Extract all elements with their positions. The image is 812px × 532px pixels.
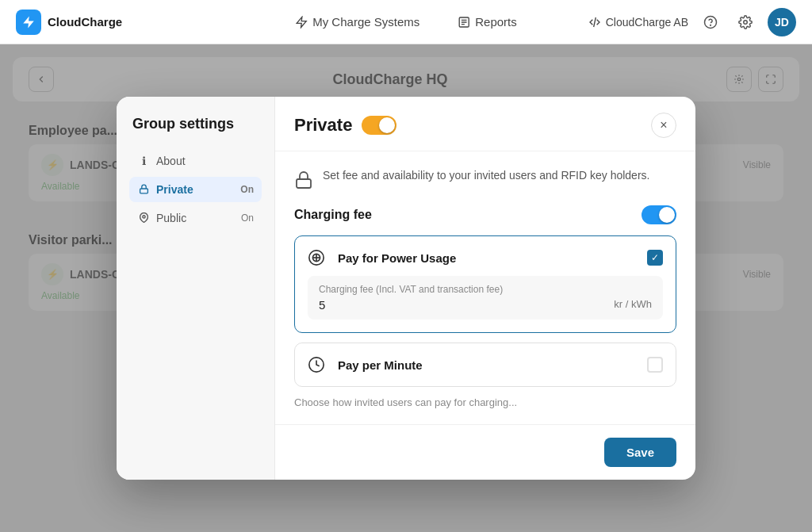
- navbar: CloudCharge My Charge Systems Reports Cl…: [0, 0, 812, 44]
- footer-hint-text: Choose how invited users can pay for cha…: [294, 396, 676, 408]
- option-title-row-minute: Pay per Minute: [308, 356, 423, 373]
- sidebar-title: Group settings: [129, 116, 262, 132]
- charging-fee-toggle[interactable]: [642, 205, 676, 224]
- main-area: CloudCharge HQ Employee pa... ⚡ LANDS-C.…: [0, 44, 812, 532]
- private-toggle[interactable]: [362, 116, 396, 135]
- modal-footer: Save: [275, 424, 695, 480]
- svg-rect-10: [140, 189, 147, 193]
- location-icon: [137, 212, 150, 223]
- close-button[interactable]: ×: [651, 113, 676, 138]
- sidebar-item-private-label: Private: [156, 183, 193, 196]
- sidebar-item-public-badge: On: [241, 212, 254, 224]
- option-minute-checkbox[interactable]: [647, 357, 663, 373]
- avatar[interactable]: JD: [768, 8, 796, 36]
- info-icon: ℹ: [137, 155, 150, 167]
- option-card-per-minute[interactable]: Pay per Minute: [294, 343, 676, 387]
- lock-info-icon: [294, 169, 313, 189]
- org-switcher[interactable]: CloudCharge AB: [588, 16, 688, 29]
- bolt-icon: [295, 16, 308, 29]
- app-logo[interactable]: CloudCharge: [16, 10, 122, 35]
- option-power-title: Pay for Power Usage: [338, 251, 456, 265]
- svg-rect-12: [297, 179, 311, 188]
- group-settings-modal: Group settings ℹ About Private On: [117, 97, 695, 480]
- sidebar-item-public[interactable]: Public On: [129, 205, 262, 231]
- modal-title: Private: [294, 115, 352, 136]
- reports-icon: [458, 16, 470, 29]
- option-card-minute-header: Pay per Minute: [308, 356, 663, 373]
- info-text: Set fee and availability to your invited…: [323, 167, 649, 184]
- svg-point-11: [142, 216, 144, 218]
- sidebar-item-about-label: About: [156, 155, 186, 167]
- nav-charge-label: My Charge Systems: [312, 15, 419, 29]
- option-card-power-usage[interactable]: Pay for Power Usage ✓ Charging fee (Incl…: [294, 235, 676, 333]
- svg-marker-1: [297, 17, 306, 27]
- sidebar-item-about[interactable]: ℹ About: [129, 148, 262, 174]
- nav-reports[interactable]: Reports: [451, 12, 523, 32]
- fee-input-row: Charging fee (Incl. VAT and transaction …: [308, 276, 663, 320]
- avatar-initials: JD: [775, 16, 789, 29]
- clock-icon: [308, 356, 330, 373]
- plug-icon: [308, 249, 330, 266]
- nav-reports-label: Reports: [475, 15, 517, 29]
- app-name: CloudCharge: [48, 15, 122, 29]
- option-power-checkbox[interactable]: ✓: [647, 250, 663, 266]
- switch-icon: [588, 16, 601, 29]
- svg-point-8: [744, 20, 748, 24]
- modal-header: Private ×: [275, 97, 695, 151]
- option-card-power-header: Pay for Power Usage ✓: [308, 249, 663, 266]
- charging-fee-label: Charging fee: [294, 208, 372, 222]
- nav-my-charge-systems[interactable]: My Charge Systems: [289, 12, 426, 32]
- info-row: Set fee and availability to your invited…: [294, 167, 676, 189]
- fee-input-value[interactable]: 5: [319, 298, 503, 312]
- navbar-right: CloudCharge AB JD: [588, 8, 796, 36]
- modal-overlay: Group settings ℹ About Private On: [0, 44, 812, 532]
- help-button[interactable]: [698, 10, 723, 35]
- option-minute-title: Pay per Minute: [338, 358, 423, 372]
- sidebar-item-private[interactable]: Private On: [129, 177, 262, 202]
- help-icon: [703, 15, 718, 29]
- gear-icon: [738, 15, 753, 29]
- nav-center: My Charge Systems Reports: [289, 12, 523, 32]
- fee-unit: kr / kWh: [614, 298, 652, 312]
- option-title-row-power: Pay for Power Usage: [308, 249, 456, 266]
- modal-body: Set fee and availability to your invited…: [275, 151, 695, 424]
- modal-main-content: Private ×: [275, 97, 695, 480]
- modal-title-row: Private: [294, 115, 396, 136]
- fee-input-label: Charging fee (Incl. VAT and transaction …: [319, 284, 503, 295]
- sidebar-item-public-label: Public: [156, 212, 186, 224]
- lock-icon: [137, 184, 150, 194]
- logo-icon: [16, 10, 41, 35]
- settings-button[interactable]: [733, 10, 758, 35]
- fee-input-content: Charging fee (Incl. VAT and transaction …: [319, 284, 503, 312]
- charging-fee-section-header: Charging fee: [294, 205, 676, 224]
- close-icon: ×: [660, 118, 667, 132]
- sidebar-item-private-badge: On: [240, 184, 254, 195]
- svg-marker-0: [23, 16, 34, 28]
- org-name: CloudCharge AB: [606, 16, 688, 29]
- save-button[interactable]: Save: [604, 438, 676, 467]
- modal-sidebar: Group settings ℹ About Private On: [117, 97, 275, 480]
